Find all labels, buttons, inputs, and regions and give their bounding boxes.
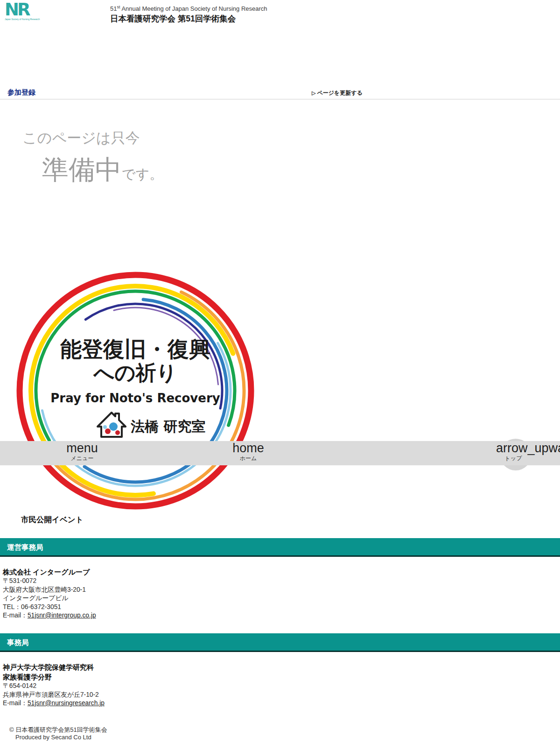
secretariat-section: 事務局 神戸大学大学院保健学研究科 家族看護学分野 〒654-0142 兵庫県神… <box>0 633 560 708</box>
address-line: 兵庫県神戸市須磨区友が丘7-10-2 <box>3 691 560 700</box>
home-label: ホーム <box>220 455 276 462</box>
construction-line2: 準備中です。 <box>42 155 163 184</box>
site-title-en: 51st Annual Meeting of Japan Society of … <box>110 3 267 13</box>
site-logo[interactable]: NR Japan Society of Nursing Research <box>5 2 42 21</box>
title-number: 51 <box>110 5 117 12</box>
title-en-rest: Annual Meeting of Japan Society of Nursi… <box>120 5 267 12</box>
public-event-heading: 市民公開イベント <box>21 515 84 525</box>
address-line: 大阪府大阪市北区豊崎3-20-1 <box>3 586 560 595</box>
noto-recovery-poster: 能登復旧・復興 への祈り Pray for Noto's Recovery 法橋… <box>12 267 259 514</box>
address-line: インターグループビル <box>3 594 560 603</box>
address-line: TEL：06-6372-3051 <box>3 603 560 612</box>
nav-item-menu[interactable]: menu メニュー <box>54 441 110 462</box>
lab-house-icon <box>98 413 126 437</box>
poster-subtitle-en: Pray for Noto's Recovery <box>50 391 220 405</box>
address-line: 〒654-0142 <box>3 682 560 691</box>
poster-lab-name: 法橋 研究室 <box>130 418 205 435</box>
construction-big-text: 準備中 <box>42 154 122 184</box>
arrow-upward-icon: arrow_upward <box>496 441 560 455</box>
section-heading-label: 運営事務局 <box>0 538 560 556</box>
address-line: 〒531-0072 <box>3 577 560 586</box>
site-title-jp: 日本看護研究学会 第51回学術集会 <box>110 13 267 24</box>
section-heading-bar: 事務局 <box>0 633 560 652</box>
construction-line1: このページは只今 <box>22 129 163 147</box>
triangle-icon: ▷ <box>312 90 315 96</box>
email-line: E-mail：51jsnr@intergroup.co.jp <box>3 611 560 620</box>
org-name: 神戸大学大学院保健学研究科 <box>3 662 560 672</box>
site-titles: 51st Annual Meeting of Japan Society of … <box>110 3 267 24</box>
produced-by-text: Produced by Secand Co Ltd <box>15 734 107 741</box>
poster-title-line2: への祈り <box>92 361 177 385</box>
top-label: トップ <box>502 455 525 462</box>
email-line: E-mail：51jsnr@nursingresearch.jp <box>3 699 560 708</box>
refresh-page-label: ページを更新する <box>317 90 362 96</box>
section-body: 神戸大学大学院保健学研究科 家族看護学分野 〒654-0142 兵庫県神戸市須磨… <box>3 662 560 708</box>
nav-item-home[interactable]: home ホーム <box>220 441 276 462</box>
email-label: E-mail： <box>3 700 28 707</box>
section-heading-label: 事務局 <box>0 633 560 652</box>
header-divider <box>0 99 560 99</box>
section-heading-bar: 運営事務局 <box>0 538 560 557</box>
email-label: E-mail： <box>3 612 28 619</box>
operating-office-section: 運営事務局 株式会社 インターグループ 〒531-0072 大阪府大阪市北区豊崎… <box>0 538 560 620</box>
menu-label: メニュー <box>54 455 110 462</box>
menu-icon: menu <box>54 441 110 455</box>
logo-nr-mark: NR <box>5 2 42 18</box>
registration-link[interactable]: 参加登録 <box>7 88 35 97</box>
under-construction-message: このページは只今 準備中です。 <box>0 129 163 184</box>
email-link[interactable]: 51jsnr@intergroup.co.jp <box>28 612 96 619</box>
org-name: 家族看護学分野 <box>3 672 560 682</box>
rainbow-rings-graphic: 能登復旧・復興 への祈り Pray for Noto's Recovery 法橋… <box>12 267 259 514</box>
home-icon: home <box>220 441 276 455</box>
poster-title-line1: 能登復旧・復興 <box>60 336 210 362</box>
construction-small-text: です。 <box>122 167 163 182</box>
org-name: 株式会社 インターグループ <box>3 567 560 577</box>
copyright-text: © 日本看護研究学会第51回学術集会 <box>9 726 107 734</box>
email-link[interactable]: 51jsnr@nursingresearch.jp <box>28 700 105 707</box>
refresh-page-button[interactable]: ▷ページを更新する <box>312 89 363 97</box>
logo-subtext: Japan Society of Nursing Research <box>5 18 42 21</box>
page-footer: © 日本看護研究学会第51回学術集会 Produced by Secand Co… <box>9 726 107 741</box>
section-body: 株式会社 インターグループ 〒531-0072 大阪府大阪市北区豊崎3-20-1… <box>3 567 560 620</box>
site-header: NR Japan Society of Nursing Research 51s… <box>0 0 560 24</box>
